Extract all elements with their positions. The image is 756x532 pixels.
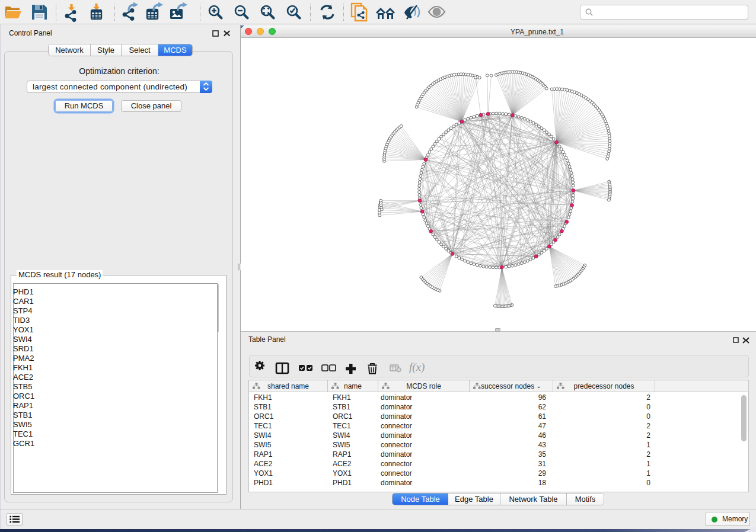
svg-text:f(x): f(x) <box>409 361 425 374</box>
